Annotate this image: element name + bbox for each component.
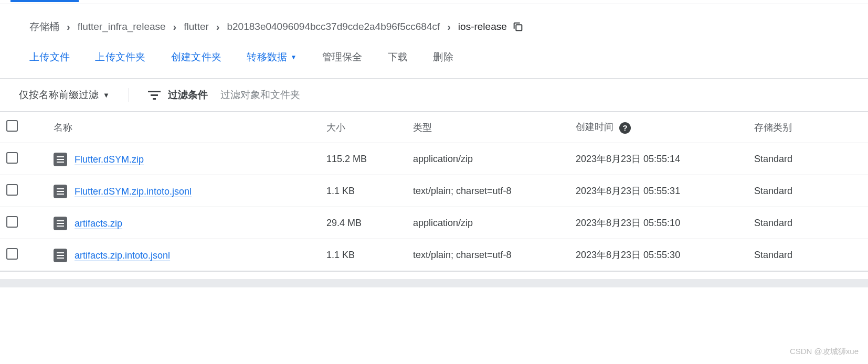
objects-table: 名称 大小 类型 创建时间 ? 存储类别 Flutter.dSYM.zip 11… <box>0 112 868 271</box>
horizontal-scrollbar[interactable] <box>0 279 868 287</box>
filter-input[interactable]: 过滤对象和文件夹 <box>220 88 300 102</box>
row-checkbox[interactable] <box>6 216 18 228</box>
row-checkbox[interactable] <box>6 248 18 260</box>
column-header-size[interactable]: 大小 <box>320 112 407 143</box>
delete-button[interactable]: 删除 <box>433 50 453 63</box>
cell-created: 2023年8月23日 05:55:14 <box>569 143 748 175</box>
help-icon[interactable]: ? <box>619 122 631 134</box>
filter-bar: 仅按名称前缀过滤 ▼ 过滤条件 过滤对象和文件夹 <box>0 79 868 111</box>
cell-created: 2023年8月23日 05:55:30 <box>569 239 748 271</box>
file-link[interactable]: Flutter.dSYM.zip.intoto.jsonl <box>75 186 192 197</box>
row-checkbox[interactable] <box>6 152 18 164</box>
row-checkbox[interactable] <box>6 184 18 196</box>
filter-conditions-label: 过滤条件 <box>168 88 208 102</box>
cell-size: 29.4 MB <box>320 207 407 239</box>
svg-rect-0 <box>516 25 522 30</box>
select-all-checkbox[interactable] <box>6 120 18 132</box>
cell-size: 1.1 KB <box>320 175 407 207</box>
chevron-right-icon: › <box>67 21 70 33</box>
cell-created: 2023年8月23日 05:55:31 <box>569 175 748 207</box>
svg-rect-3 <box>153 98 156 100</box>
cell-size: 115.2 MB <box>320 143 407 175</box>
cell-type: text/plain; charset=utf-8 <box>407 175 569 207</box>
action-toolbar: 上传文件 上传文件夹 创建文件夹 转移数据 ▼ 管理保全 下载 删除 <box>0 34 868 79</box>
chevron-right-icon: › <box>447 21 451 33</box>
table-row: Flutter.dSYM.zip.intoto.jsonl 1.1 KB tex… <box>0 175 868 207</box>
breadcrumb-item[interactable]: b20183e04096094bcc37d9cde2a4b96f5cc684cf <box>227 21 440 33</box>
breadcrumb-item[interactable]: 存储桶 <box>29 20 59 34</box>
manage-retention-button[interactable]: 管理保全 <box>322 50 363 63</box>
column-header-type[interactable]: 类型 <box>407 112 569 143</box>
chevron-right-icon: › <box>216 21 220 33</box>
upload-file-button[interactable]: 上传文件 <box>29 50 70 63</box>
cell-storage: Standard <box>748 175 868 207</box>
file-icon <box>54 185 67 198</box>
table-row: artifacts.zip.intoto.jsonl 1.1 KB text/p… <box>0 239 868 271</box>
cell-type: application/zip <box>407 207 569 239</box>
transfer-data-button[interactable]: 转移数据 ▼ <box>247 50 297 63</box>
table-row: artifacts.zip 29.4 MB application/zip 20… <box>0 207 868 239</box>
cell-created: 2023年8月23日 05:55:10 <box>569 207 748 239</box>
top-divider <box>0 0 868 4</box>
breadcrumb-item[interactable]: flutter_infra_release <box>78 21 166 33</box>
filter-conditions[interactable]: 过滤条件 <box>148 88 208 102</box>
file-icon <box>54 249 67 262</box>
file-link[interactable]: Flutter.dSYM.zip <box>75 154 144 165</box>
cell-type: application/zip <box>407 143 569 175</box>
copy-icon[interactable] <box>512 21 524 33</box>
chevron-right-icon: › <box>173 21 177 33</box>
breadcrumb-item[interactable]: flutter <box>184 21 209 33</box>
download-button[interactable]: 下载 <box>388 50 408 63</box>
svg-rect-2 <box>151 94 158 96</box>
active-tab-indicator <box>10 0 79 2</box>
prefix-filter-label: 仅按名称前缀过滤 <box>19 88 99 102</box>
cell-type: text/plain; charset=utf-8 <box>407 239 569 271</box>
cell-storage: Standard <box>748 143 868 175</box>
svg-rect-1 <box>148 91 161 92</box>
file-link[interactable]: artifacts.zip.intoto.jsonl <box>75 250 170 261</box>
upload-folder-button[interactable]: 上传文件夹 <box>95 50 146 63</box>
file-icon <box>54 217 67 230</box>
table-row: Flutter.dSYM.zip 115.2 MB application/zi… <box>0 143 868 175</box>
breadcrumb: 存储桶 › flutter_infra_release › flutter › … <box>0 4 868 34</box>
column-header-created-label: 创建时间 <box>576 122 613 132</box>
chevron-down-icon: ▼ <box>290 53 297 61</box>
cell-size: 1.1 KB <box>320 239 407 271</box>
column-header-storage[interactable]: 存储类别 <box>748 112 868 143</box>
breadcrumb-current: ios-release <box>458 21 507 33</box>
cell-storage: Standard <box>748 207 868 239</box>
column-header-created[interactable]: 创建时间 ? <box>569 112 748 143</box>
filter-icon <box>148 90 161 100</box>
prefix-filter-dropdown[interactable]: 仅按名称前缀过滤 ▼ <box>19 88 129 102</box>
cell-storage: Standard <box>748 239 868 271</box>
file-link[interactable]: artifacts.zip <box>75 218 122 229</box>
file-icon <box>54 153 67 166</box>
create-folder-button[interactable]: 创建文件夹 <box>171 50 222 63</box>
chevron-down-icon: ▼ <box>103 91 110 99</box>
transfer-data-label: 转移数据 <box>247 50 287 63</box>
column-header-name[interactable]: 名称 <box>47 112 320 143</box>
